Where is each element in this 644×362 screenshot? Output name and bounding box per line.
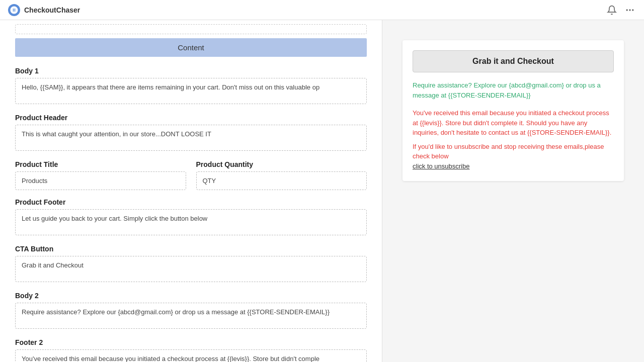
app-logo — [8, 4, 20, 16]
product-title-label: Product Title — [15, 160, 186, 168]
body1-section: Body 1 — [0, 67, 382, 106]
product-footer-input[interactable] — [15, 209, 367, 235]
preview-card: Grab it and Checkout Require assistance?… — [403, 40, 624, 181]
product-header-section: Product Header — [0, 114, 382, 152]
main-container: Content Body 1 Product Header Product Ti… — [0, 20, 644, 362]
cta-button-input[interactable] — [15, 256, 367, 282]
app-header-right — [606, 4, 636, 16]
product-footer-label: Product Footer — [15, 198, 367, 206]
top-placeholder — [15, 24, 367, 34]
product-quantity-col: Product Quantity — [196, 160, 367, 190]
product-title-col: Product Title — [15, 160, 186, 190]
body1-label: Body 1 — [15, 67, 367, 75]
app-header-left: CheckoutChaser — [8, 4, 80, 16]
preview-checkout-button[interactable]: Grab it and Checkout — [413, 50, 614, 72]
body2-label: Body 2 — [15, 292, 367, 300]
preview-unsubscribe: If you'd like to unsubscribe and stop re… — [403, 138, 624, 182]
product-header-input[interactable] — [15, 125, 367, 151]
product-footer-section: Product Footer — [0, 198, 382, 237]
more-options-button[interactable] — [624, 4, 636, 16]
product-row: Product Title Product Quantity — [0, 160, 382, 190]
left-panel: Content Body 1 Product Header Product Ti… — [0, 20, 382, 362]
app-title: CheckoutChaser — [24, 6, 80, 14]
cta-button-section: CTA Button — [0, 245, 382, 284]
product-title-input[interactable] — [15, 171, 186, 190]
notification-button[interactable] — [606, 4, 618, 16]
unsubscribe-text: If you'd like to unsubscribe and stop re… — [413, 143, 604, 160]
body1-input[interactable] — [15, 78, 367, 104]
svg-point-1 — [629, 9, 630, 11]
svg-point-0 — [626, 9, 628, 11]
product-quantity-label: Product Quantity — [196, 160, 367, 168]
cta-button-label: CTA Button — [15, 245, 367, 253]
app-header: CheckoutChaser — [0, 0, 644, 20]
right-panel: Grab it and Checkout Require assistance?… — [382, 20, 644, 362]
unsubscribe-link[interactable]: click to unsubscribe — [413, 162, 469, 170]
preview-footer2: You've received this email because you i… — [403, 100, 624, 138]
product-quantity-input[interactable] — [196, 171, 367, 190]
footer2-label: Footer 2 — [15, 338, 367, 346]
footer2-section: Footer 2 — [0, 338, 382, 362]
body2-input[interactable] — [15, 303, 367, 329]
preview-body2: Require assistance? Explore our {abcd@gm… — [403, 72, 624, 100]
product-header-label: Product Header — [15, 114, 367, 122]
content-section-header: Content — [15, 38, 367, 57]
svg-point-2 — [632, 9, 633, 11]
body2-section: Body 2 — [0, 292, 382, 330]
footer2-input[interactable] — [15, 349, 367, 362]
